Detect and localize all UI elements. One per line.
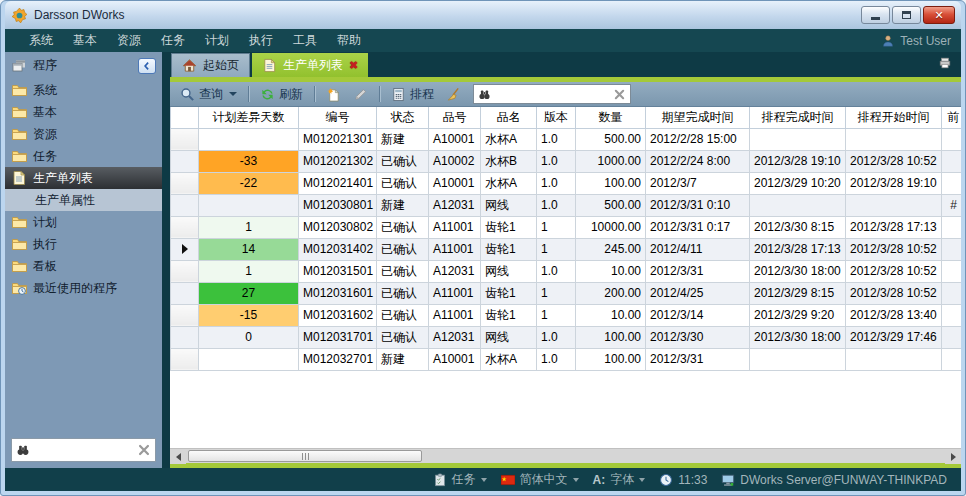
- cell-start[interactable]: 2012/3/28 10:52: [846, 150, 942, 172]
- cell-due[interactable]: 2012/3/31 0:17: [646, 216, 750, 238]
- cell-no[interactable]: M012031701: [299, 326, 377, 348]
- cell-pn[interactable]: A10001: [429, 128, 481, 150]
- refresh-button[interactable]: 刷新: [256, 84, 307, 105]
- cell-due[interactable]: 2012/3/31 0:10: [646, 194, 750, 216]
- menu-item-2[interactable]: 资源: [107, 29, 151, 52]
- cell-ver[interactable]: 1.0: [537, 194, 576, 216]
- cell-diff[interactable]: 1: [199, 260, 299, 282]
- scroll-left-button[interactable]: [170, 449, 186, 464]
- row-header-cell[interactable]: [171, 194, 199, 216]
- row-header-cell[interactable]: [171, 282, 199, 304]
- cell-start[interactable]: 2012/3/28 10:52: [846, 282, 942, 304]
- schedule-button[interactable]: 排程: [387, 84, 438, 105]
- sidebar-item-8[interactable]: 看板: [5, 255, 162, 277]
- cell-no[interactable]: M012021301: [299, 128, 377, 150]
- cell-start[interactable]: 2012/3/28 10:52: [846, 260, 942, 282]
- table-row[interactable]: -33M012021302已确认A10002水杯B1.01000.002012/…: [171, 150, 962, 172]
- cell-diff[interactable]: 0: [199, 326, 299, 348]
- cell-status[interactable]: 已确认: [377, 172, 429, 194]
- horizontal-scrollbar[interactable]: [170, 448, 961, 463]
- cell-name[interactable]: 网线: [481, 260, 537, 282]
- table-row[interactable]: 14M012031402已确认A11001齿轮11245.002012/4/11…: [171, 238, 962, 260]
- cell-ver[interactable]: 1: [537, 282, 576, 304]
- row-header-cell[interactable]: [171, 172, 199, 194]
- row-header-cell[interactable]: [171, 128, 199, 150]
- status-language[interactable]: 简体中文: [501, 471, 579, 488]
- cell-status[interactable]: 已确认: [377, 150, 429, 172]
- cell-qty[interactable]: 500.00: [576, 194, 646, 216]
- grid-search-box[interactable]: [473, 84, 631, 104]
- minimize-button[interactable]: [861, 6, 890, 24]
- cell-due[interactable]: 2012/4/11: [646, 238, 750, 260]
- new-button[interactable]: [322, 85, 345, 104]
- cell-extra[interactable]: [942, 128, 962, 150]
- row-header-cell[interactable]: [171, 260, 199, 282]
- row-header-cell[interactable]: [171, 326, 199, 348]
- cell-diff[interactable]: -33: [199, 150, 299, 172]
- cell-pn[interactable]: A11001: [429, 216, 481, 238]
- sidebar-collapse-button[interactable]: [138, 58, 156, 74]
- grid-search-input[interactable]: [495, 86, 609, 102]
- table-row[interactable]: -22M012021401已确认A10001水杯A1.0100.002012/3…: [171, 172, 962, 194]
- cell-name[interactable]: 水杯A: [481, 348, 537, 370]
- cell-due[interactable]: 2012/3/14: [646, 304, 750, 326]
- caret-down-icon[interactable]: [481, 478, 487, 482]
- column-header-name[interactable]: 品名: [481, 107, 537, 128]
- cell-extra[interactable]: [942, 348, 962, 370]
- cell-ver[interactable]: 1.0: [537, 172, 576, 194]
- table-row[interactable]: 1M012031501已确认A12031网线1.010.002012/3/312…: [171, 260, 962, 282]
- cell-due[interactable]: 2012/3/31: [646, 260, 750, 282]
- sidebar-item-1[interactable]: 基本: [5, 101, 162, 123]
- caret-down-icon[interactable]: [229, 92, 237, 96]
- cell-end[interactable]: [750, 128, 846, 150]
- sidebar-item-7[interactable]: 执行: [5, 233, 162, 255]
- cell-extra[interactable]: [942, 172, 962, 194]
- cell-qty[interactable]: 245.00: [576, 238, 646, 260]
- cell-ver[interactable]: 1.0: [537, 260, 576, 282]
- clear-search-icon[interactable]: [137, 443, 151, 457]
- maximize-button[interactable]: [892, 6, 921, 24]
- cell-qty[interactable]: 10.00: [576, 260, 646, 282]
- cell-name[interactable]: 水杯B: [481, 150, 537, 172]
- cell-diff[interactable]: -15: [199, 304, 299, 326]
- row-header-cell[interactable]: [171, 348, 199, 370]
- column-header-due[interactable]: 期望完成时间: [646, 107, 750, 128]
- cell-end[interactable]: 2012/3/29 9:20: [750, 304, 846, 326]
- cell-no[interactable]: M012031501: [299, 260, 377, 282]
- sidebar-item-4[interactable]: 生产单列表: [5, 167, 162, 189]
- cell-diff[interactable]: [199, 348, 299, 370]
- sidebar-item-0[interactable]: 系统: [5, 79, 162, 101]
- cell-end[interactable]: 2012/3/29 10:20: [750, 172, 846, 194]
- cell-no[interactable]: M012021401: [299, 172, 377, 194]
- cell-end[interactable]: 2012/3/28 19:10: [750, 150, 846, 172]
- cell-status[interactable]: 已确认: [377, 216, 429, 238]
- cell-qty[interactable]: 10000.00: [576, 216, 646, 238]
- table-row[interactable]: 1M012030802已确认A11001齿轮1110000.002012/3/3…: [171, 216, 962, 238]
- cell-qty[interactable]: 1000.00: [576, 150, 646, 172]
- column-header-extra[interactable]: 前: [942, 107, 962, 128]
- tab-home[interactable]: 起始页: [171, 53, 250, 77]
- cell-extra[interactable]: [942, 238, 962, 260]
- sidebar-search-input[interactable]: [34, 442, 133, 458]
- cell-name[interactable]: 齿轮1: [481, 282, 537, 304]
- cell-name[interactable]: 齿轮1: [481, 216, 537, 238]
- cell-no[interactable]: M012030801: [299, 194, 377, 216]
- cell-extra[interactable]: [942, 216, 962, 238]
- cell-qty[interactable]: 200.00: [576, 282, 646, 304]
- cell-ver[interactable]: 1: [537, 238, 576, 260]
- title-bar[interactable]: Darsson DWorks ✕: [5, 1, 961, 29]
- row-header-cell[interactable]: [171, 304, 199, 326]
- cell-end[interactable]: [750, 348, 846, 370]
- cell-name[interactable]: 齿轮1: [481, 304, 537, 326]
- table-row[interactable]: M012030801新建A12031网线1.0500.002012/3/31 0…: [171, 194, 962, 216]
- cell-status[interactable]: 新建: [377, 128, 429, 150]
- tab-production-list[interactable]: 生产单列表 ✖: [252, 53, 368, 77]
- cell-start[interactable]: 2012/3/28 17:13: [846, 216, 942, 238]
- cell-no[interactable]: M012030802: [299, 216, 377, 238]
- printer-icon[interactable]: [937, 56, 953, 70]
- cell-qty[interactable]: 100.00: [576, 172, 646, 194]
- cell-extra[interactable]: [942, 282, 962, 304]
- cell-end[interactable]: [750, 194, 846, 216]
- menu-item-7[interactable]: 帮助: [327, 29, 371, 52]
- cell-qty[interactable]: 100.00: [576, 348, 646, 370]
